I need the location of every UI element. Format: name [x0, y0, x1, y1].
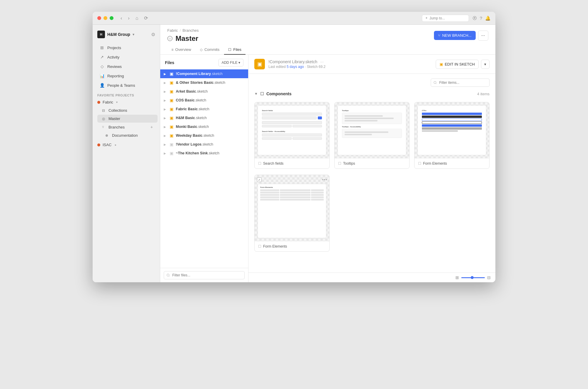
tabs: ≡ Overview ◇ Commits ☐ Files [160, 43, 495, 55]
card-search-fields[interactable]: Search fields [254, 102, 330, 169]
home-button[interactable]: ⌂ [134, 15, 140, 21]
file-item-weekday[interactable]: ▶ ▣ Weekday Basic.sketch [160, 131, 248, 140]
file-filter [160, 268, 248, 282]
nav-reviews[interactable]: ◇ Reviews [95, 62, 158, 71]
topbar-actions: ⑂ NEW BRANCH... ··· [434, 31, 488, 41]
breadcrumb-fabric[interactable]: Fabric [167, 28, 178, 33]
file-item-arket[interactable]: ▶ ▣ Arket Basic.sketch [160, 87, 248, 96]
titlebar: ‹ › ⌂ ⟳ ✦ Jump to... ⦿ ? 🔔 [93, 12, 495, 25]
bottom-toolbar: ⊞ ⊟ [248, 273, 495, 282]
isac-label: ISAC [103, 143, 111, 147]
workspace-header: H H&M Group ▾ ⚙ [93, 28, 160, 43]
card-tooltips[interactable]: Tooltips Tooltips - Accessibility [334, 102, 410, 169]
reporting-icon: 📊 [100, 74, 104, 78]
cta-btn-grey [422, 127, 482, 130]
close-button[interactable] [97, 16, 101, 20]
tt-line-3 [345, 120, 377, 121]
sf-title: Search fields [262, 110, 322, 111]
minimize-button[interactable] [103, 16, 107, 20]
section-chevron-icon[interactable]: ▼ [254, 92, 258, 96]
settings-icon[interactable]: ⚙ [151, 32, 155, 37]
grid-large-button[interactable]: ⊟ [487, 275, 491, 280]
file-item-monki[interactable]: ▶ ▣ Monki Basic.sketch [160, 122, 248, 131]
help-icon[interactable]: ? [480, 16, 482, 21]
sf-btn [318, 116, 322, 119]
tt-acc-line-2 [345, 134, 372, 135]
fe-cell-6 [311, 192, 324, 193]
ctas-preview: CTAs [420, 108, 484, 134]
project-isac[interactable]: ISAC ▸ [93, 141, 160, 149]
sidebar-item-branches[interactable]: ⑂ Branches + [97, 123, 158, 131]
forward-button[interactable]: › [127, 15, 131, 21]
jump-to-input[interactable]: ✦ Jump to... [422, 15, 469, 22]
file-item-fabric[interactable]: ▶ ▣ Fabric Basic.sketch [160, 105, 248, 113]
tab-files[interactable]: ☐ Files [224, 45, 245, 55]
user-icon[interactable]: ⦿ [472, 16, 477, 21]
commits-tab-icon: ◇ [200, 48, 203, 52]
fe-cell-4 [260, 192, 279, 193]
nav-reporting[interactable]: 📊 Reporting [95, 71, 158, 80]
dot-2 [324, 179, 325, 180]
card-label-form-elements: ☐ Form Elements [415, 158, 489, 168]
file-icon: ▣ [170, 71, 173, 76]
nav-people-teams[interactable]: 👤 People & Teams [95, 81, 158, 90]
more-options-button[interactable]: ··· [478, 31, 488, 41]
sidebar-item-master[interactable]: ◎ Master [97, 115, 158, 123]
back-button[interactable]: ‹ [119, 15, 123, 21]
sidebar-item-collections[interactable]: ⊟ Collections [97, 106, 158, 114]
maximize-button[interactable] [110, 16, 113, 20]
card-dots [322, 179, 327, 180]
add-branch-button[interactable]: + [151, 125, 153, 129]
tt-box [342, 113, 402, 124]
file-icon: ▣ [170, 124, 173, 129]
documentation-label: Documentation [112, 133, 138, 138]
last-edited-link[interactable]: 5 days ago [287, 65, 304, 69]
file-item-hm[interactable]: ▶ ▣ H&M Basic.sketch [160, 113, 248, 122]
file-filter-input[interactable] [164, 271, 245, 279]
topbar-left: Fabric / Branches ◎ Master [167, 28, 199, 43]
file-item-cos[interactable]: ▶ ▣ COS Basic.sketch [160, 96, 248, 105]
file-detail-menu-icon[interactable]: ··· [320, 59, 324, 64]
collections-label: Collections [108, 108, 127, 113]
fe-cell-10 [260, 196, 279, 198]
file-item-other-stories[interactable]: ▶ ▣ & Other Stories Basic.sketch [160, 78, 248, 87]
card-ctas[interactable]: CTAs [414, 102, 490, 169]
topbar: Fabric / Branches ◎ Master ⑂ NEW BRANCH.… [160, 25, 495, 43]
files-tab-label: Files [233, 47, 241, 52]
card-preview-ctas: CTAs [415, 102, 489, 158]
project-fabric[interactable]: Fabric ▾ [93, 98, 160, 106]
file-item-vendor-logos[interactable]: ▶ ▣ !Vendor Logos.sketch [160, 140, 248, 149]
isac-arrow: ▸ [115, 143, 116, 146]
fabric-subnav: ⊟ Collections ◎ Master ⑂ Branches + Docu… [93, 106, 160, 140]
reviews-icon: ◇ [100, 64, 104, 69]
edit-sketch-dropdown-button[interactable]: ▾ [481, 60, 490, 69]
filter-items-input[interactable] [431, 79, 490, 87]
nav-projects[interactable]: ⊞ Projects [95, 43, 158, 52]
sidebar-item-documentation[interactable]: Documentation [97, 131, 158, 139]
edit-in-sketch-button[interactable]: ▣ EDIT IN SKETCH [436, 60, 479, 69]
file-item-kitchen-sink[interactable]: ▶ ▣ ~The Kitchen Sink.sketch [160, 149, 248, 158]
tab-commits[interactable]: ◇ Commits [196, 45, 223, 55]
tab-overview[interactable]: ≡ Overview [167, 45, 195, 55]
content-area: Files ADD FILE ▾ ▶ ▣ !Component Library.… [160, 55, 495, 282]
people-teams-icon: 👤 [100, 83, 104, 88]
add-file-button[interactable]: ADD FILE ▾ [218, 59, 243, 66]
refresh-button[interactable]: ⟳ [143, 15, 149, 21]
tt-acc-line [345, 131, 388, 133]
file-chevron-icon: ▶ [164, 72, 167, 76]
workspace-name[interactable]: H H&M Group ▾ [97, 31, 134, 38]
grid-small-button[interactable]: ⊞ [455, 275, 459, 280]
files-tab-icon: ☐ [228, 48, 231, 52]
file-item-component-library[interactable]: ▶ ▣ !Component Library.sketch [160, 69, 248, 78]
card-check-icon: ✓ [257, 177, 262, 182]
sf-acc-box [262, 133, 322, 136]
file-detail-name: !Component Library.sketch ··· [268, 59, 325, 64]
new-branch-button[interactable]: ⑂ NEW BRANCH... [434, 31, 476, 40]
card-preview-search-fields: Search fields [255, 102, 329, 158]
file-chevron-icon: ▶ [164, 99, 167, 102]
card-label-tooltips: ☐ Tooltips [335, 158, 409, 168]
card-form-elements-large[interactable]: ✓ Form Elements [254, 175, 330, 252]
zoom-thumb[interactable] [471, 276, 474, 279]
nav-activity[interactable]: ↗ Activity [95, 53, 158, 61]
notification-icon[interactable]: 🔔 [485, 16, 491, 21]
